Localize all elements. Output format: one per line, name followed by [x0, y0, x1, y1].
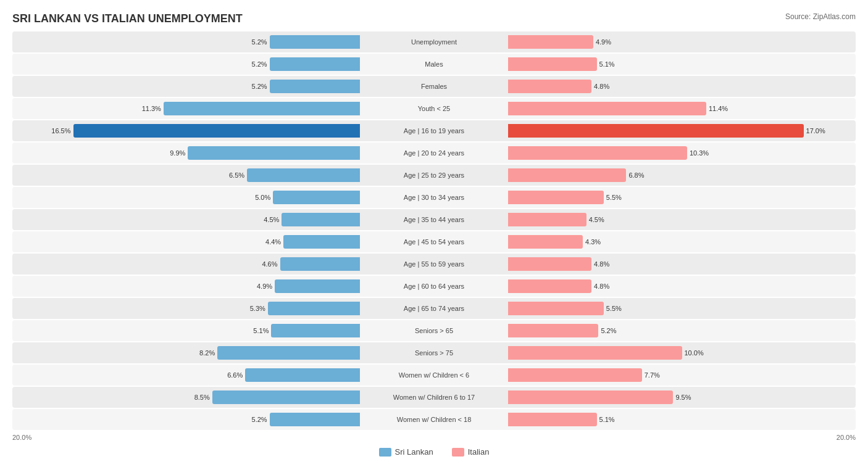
right-section: 4.3% [508, 231, 856, 252]
chart-row: 5.1%Seniors > 655.2% [12, 320, 856, 341]
left-section: 11.3% [12, 98, 360, 119]
row-label: Age | 55 to 59 years [360, 260, 508, 268]
bar-right: 11.4% [508, 102, 706, 115]
axis-row: 20.0% 20.0% [12, 434, 856, 441]
row-label: Women w/ Children < 6 [360, 371, 508, 379]
bar-left: 5.0% [273, 191, 360, 204]
chart-row: 8.2%Seniors > 7510.0% [12, 342, 856, 363]
chart-row: 5.2%Unemployment4.9% [12, 31, 856, 52]
row-label: Seniors > 75 [360, 349, 508, 357]
source-label: Source: ZipAtlas.com [785, 12, 856, 21]
chart-row: 5.2%Females4.8% [12, 76, 856, 97]
value-left: 4.6% [262, 260, 277, 268]
value-right: 10.0% [685, 349, 704, 357]
value-right: 4.5% [589, 216, 604, 223]
row-label: Women w/ Children 6 to 17 [360, 394, 508, 401]
bar-left: 4.9% [275, 279, 360, 293]
left-section: 5.3% [12, 298, 360, 319]
value-right: 5.1% [599, 416, 615, 423]
value-right: 5.5% [606, 305, 622, 312]
right-section: 9.5% [508, 387, 856, 408]
bar-right: 9.5% [508, 391, 673, 404]
value-left: 9.9% [170, 149, 185, 157]
axis-left-max: 20.0% [12, 434, 31, 441]
italian-color-swatch [452, 448, 464, 457]
value-left: 5.2% [252, 416, 267, 423]
bar-left: 5.2% [270, 57, 360, 71]
chart-row: 4.5%Age | 35 to 44 years4.5% [12, 209, 856, 230]
bar-right: 4.8% [508, 279, 591, 293]
value-right: 4.8% [594, 260, 609, 268]
left-section: 5.1% [12, 320, 360, 341]
right-section: 4.8% [508, 254, 856, 275]
value-right: 11.4% [709, 105, 728, 112]
left-section: 8.5% [12, 387, 360, 408]
srilankan-color-swatch [379, 448, 391, 457]
value-left: 8.5% [194, 394, 210, 401]
right-section: 4.9% [508, 31, 856, 52]
row-label: Youth < 25 [360, 105, 508, 112]
bar-right: 5.5% [508, 191, 604, 204]
value-right: 5.5% [606, 194, 622, 201]
right-section: 4.8% [508, 76, 856, 97]
right-section: 10.3% [508, 143, 856, 163]
bar-right: 4.9% [508, 35, 593, 49]
chart-title: SRI LANKAN VS ITALIAN UNEMPLOYMENT [12, 12, 856, 25]
bar-right: 10.3% [508, 146, 687, 160]
bar-left: 5.1% [271, 324, 360, 337]
bar-right: 6.8% [508, 168, 626, 182]
right-section: 4.5% [508, 209, 856, 230]
bar-left: 5.2% [270, 35, 360, 49]
chart-row: 4.6%Age | 55 to 59 years4.8% [12, 254, 856, 275]
right-section: 5.1% [508, 54, 856, 75]
right-section: 6.8% [508, 165, 856, 186]
row-label: Age | 16 to 19 years [360, 127, 508, 134]
bar-left: 5.2% [270, 80, 360, 93]
chart-row: 16.5%Age | 16 to 19 years17.0% [12, 120, 856, 141]
value-right: 10.3% [690, 149, 709, 157]
right-section: 4.8% [508, 276, 856, 297]
value-right: 4.8% [594, 83, 609, 90]
value-right: 7.7% [645, 371, 660, 379]
row-label: Females [360, 83, 508, 90]
row-label: Age | 20 to 24 years [360, 149, 508, 157]
left-section: 4.5% [12, 209, 360, 230]
bar-left: 5.2% [270, 413, 360, 426]
bar-left: 6.6% [245, 368, 360, 382]
bar-right: 5.1% [508, 57, 597, 71]
chart-row: 9.9%Age | 20 to 24 years10.3% [12, 143, 856, 163]
left-section: 6.6% [12, 365, 360, 386]
value-left: 4.5% [264, 216, 279, 223]
value-right: 4.3% [585, 238, 601, 246]
left-section: 4.4% [12, 231, 360, 252]
value-left: 5.0% [255, 194, 270, 201]
right-section: 5.2% [508, 320, 856, 341]
bar-left: 9.9% [188, 146, 360, 160]
bar-left: 4.4% [283, 235, 360, 249]
value-right: 6.8% [628, 172, 644, 179]
value-left: 11.3% [142, 105, 161, 112]
bar-right: 4.8% [508, 80, 591, 93]
right-section: 10.0% [508, 342, 856, 363]
right-section: 7.7% [508, 365, 856, 386]
right-section: 5.5% [508, 298, 856, 319]
row-label: Males [360, 60, 508, 68]
right-section: 5.1% [508, 409, 856, 430]
chart-row: 4.9%Age | 60 to 64 years4.8% [12, 276, 856, 297]
value-left: 5.2% [252, 83, 267, 90]
row-label: Age | 60 to 64 years [360, 283, 508, 290]
value-right: 9.5% [675, 394, 691, 401]
axis-left: 20.0% [12, 434, 417, 441]
chart-row: 5.0%Age | 30 to 34 years5.5% [12, 187, 856, 208]
left-section: 4.6% [12, 254, 360, 275]
value-left: 4.4% [265, 238, 281, 246]
chart-row: 4.4%Age | 45 to 54 years4.3% [12, 231, 856, 252]
italian-label: Italian [468, 447, 490, 457]
chart-row: 5.3%Age | 65 to 74 years5.5% [12, 298, 856, 319]
bar-right: 4.5% [508, 213, 586, 226]
value-left: 4.9% [257, 283, 272, 290]
value-right: 4.8% [594, 283, 609, 290]
value-left: 16.5% [51, 127, 70, 134]
bar-left: 4.5% [282, 213, 360, 226]
bar-left: 6.5% [247, 168, 360, 182]
